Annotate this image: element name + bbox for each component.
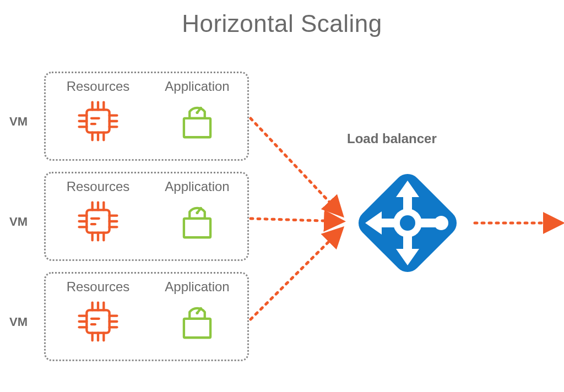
cpu-chip-icon <box>51 97 145 145</box>
load-balancer-icon <box>339 154 476 292</box>
application-column: Application <box>150 79 244 145</box>
vm-row: VM Resources <box>44 72 264 172</box>
package-gauge-icon <box>150 298 244 345</box>
resources-label: Resources <box>51 279 145 295</box>
vm-box: Resources <box>44 72 249 161</box>
cpu-chip-icon <box>51 298 145 345</box>
resources-label: Resources <box>51 179 145 194</box>
svg-rect-33 <box>184 219 210 237</box>
vm-stack: VM Resources <box>44 72 264 372</box>
application-label: Application <box>150 279 244 295</box>
vm-row: VM Resources <box>44 272 264 372</box>
package-gauge-icon <box>150 198 244 245</box>
application-column: Application <box>150 279 244 345</box>
svg-rect-51 <box>184 319 210 337</box>
resources-column: Resources <box>51 179 145 245</box>
svg-point-59 <box>434 216 448 230</box>
diagram-title: Horizontal Scaling <box>0 10 564 37</box>
application-label: Application <box>150 79 244 94</box>
resources-column: Resources <box>51 79 145 145</box>
vm-box: Resources <box>44 272 249 361</box>
svg-rect-0 <box>86 110 109 132</box>
application-column: Application <box>150 179 244 245</box>
svg-rect-36 <box>86 310 109 333</box>
load-balancer-label: Load balancer <box>347 131 437 146</box>
vm-row: VM Resources <box>44 172 264 272</box>
vm-label: VM <box>9 315 28 329</box>
resources-column: Resources <box>51 279 145 345</box>
svg-point-61 <box>400 215 415 231</box>
vm-box: Resources <box>44 172 249 261</box>
svg-point-35 <box>196 211 198 214</box>
cpu-chip-icon <box>51 198 145 245</box>
package-gauge-icon <box>150 97 244 145</box>
vm-label: VM <box>9 115 28 129</box>
resources-label: Resources <box>51 79 145 94</box>
svg-rect-18 <box>86 210 109 232</box>
svg-point-17 <box>196 111 198 114</box>
svg-point-53 <box>196 312 198 314</box>
svg-rect-15 <box>184 118 210 137</box>
application-label: Application <box>150 179 244 194</box>
vm-label: VM <box>9 215 28 229</box>
